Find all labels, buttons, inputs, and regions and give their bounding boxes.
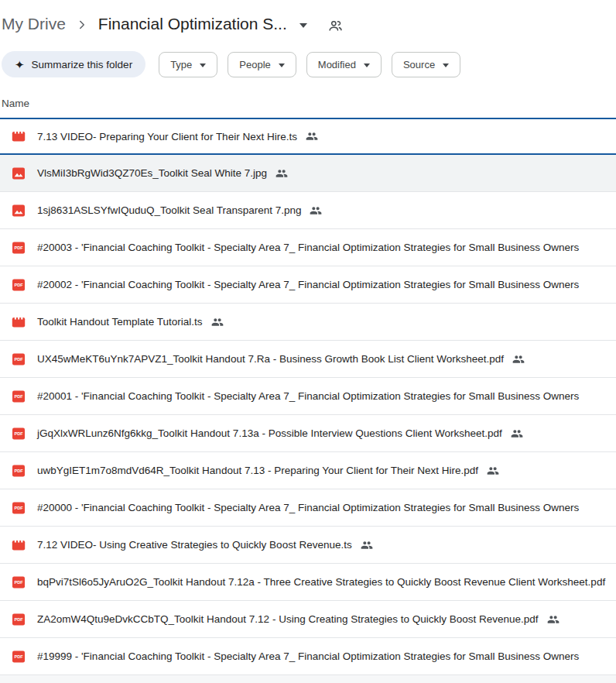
filter-chip-modified[interactable]: Modified xyxy=(306,52,382,77)
breadcrumb-current-folder[interactable]: Financial Optimization S... xyxy=(98,15,287,33)
file-row[interactable]: PDF #20001 - 'Financial Coaching Toolkit… xyxy=(0,378,616,415)
file-row[interactable]: PDF bqPvi7tSl6o5JyAruO2G_Toolkit Handout… xyxy=(0,564,616,601)
filter-chip-modified-label: Modified xyxy=(318,59,356,70)
file-name: #20002 - 'Financial Coaching Toolkit - S… xyxy=(37,279,579,290)
breadcrumb-my-drive[interactable]: My Drive xyxy=(2,15,66,33)
pdf-file-icon: PDF xyxy=(11,426,26,441)
filter-chip-source[interactable]: Source xyxy=(392,52,460,77)
svg-text:PDF: PDF xyxy=(14,506,23,510)
pdf-file-icon: PDF xyxy=(11,500,26,516)
gemini-sparkle-icon: ✦ xyxy=(15,59,25,70)
file-name: #20001 - 'Financial Coaching Toolkit - S… xyxy=(37,390,579,402)
shared-people-icon xyxy=(275,167,288,180)
file-row[interactable]: 1sj8631ASLSYfwIQuduQ_Toolkit Seal Transp… xyxy=(0,192,616,229)
file-row[interactable]: PDF jGqXlxWRLunz6Nfg6kkg_Toolkit Handout… xyxy=(0,415,616,452)
filter-chips: Type People Modified Source xyxy=(159,52,460,77)
shared-people-icon xyxy=(211,316,224,328)
image-file-icon xyxy=(11,203,26,218)
file-row[interactable]: PDF ZA2omW4Qtu9eDvkCCbTQ_Toolkit Handout… xyxy=(0,601,616,638)
shared-people-icon xyxy=(512,353,525,366)
pdf-file-icon: PDF xyxy=(11,649,26,664)
summarize-folder-button[interactable]: ✦ Summarize this folder xyxy=(2,51,145,77)
file-row[interactable]: 7.13 VIDEO- Preparing Your Client for Th… xyxy=(0,118,616,155)
file-name: ZA2omW4Qtu9eDvkCCbTQ_Toolkit Handout 7.1… xyxy=(37,613,539,625)
chevron-down-icon xyxy=(279,63,285,67)
pdf-file-icon: PDF xyxy=(11,389,26,404)
svg-text:PDF: PDF xyxy=(14,394,23,399)
toolbar: ✦ Summarize this folder Type People Modi… xyxy=(2,51,616,77)
filter-chip-people[interactable]: People xyxy=(228,52,296,77)
chevron-right-icon xyxy=(75,18,89,32)
svg-text:PDF: PDF xyxy=(14,617,23,622)
image-file-icon xyxy=(11,166,26,181)
file-row[interactable]: PDF uwbYgIET1m7o8mdVd64R_Toolkit Handout… xyxy=(0,452,616,489)
svg-text:PDF: PDF xyxy=(14,245,23,250)
svg-text:PDF: PDF xyxy=(14,654,23,659)
filter-chip-source-label: Source xyxy=(403,59,435,70)
svg-text:PDF: PDF xyxy=(14,431,23,436)
file-row[interactable]: 7.12 VIDEO- Using Creative Strategies to… xyxy=(0,527,616,564)
file-row[interactable]: PDF #20002 - 'Financial Coaching Toolkit… xyxy=(0,266,616,304)
chevron-down-icon xyxy=(364,63,370,67)
video-file-icon xyxy=(11,537,26,553)
summarize-folder-label: Summarize this folder xyxy=(32,59,133,70)
svg-text:PDF: PDF xyxy=(14,468,23,473)
file-name: #19999 - 'Financial Coaching Toolkit - S… xyxy=(37,650,579,662)
svg-text:PDF: PDF xyxy=(14,357,23,362)
video-file-icon xyxy=(11,314,26,330)
pdf-file-icon: PDF xyxy=(11,277,26,293)
file-name: 1sj8631ASLSYfwIQuduQ_Toolkit Seal Transp… xyxy=(37,204,301,216)
filter-chip-people-label: People xyxy=(239,59,270,70)
video-file-icon xyxy=(11,129,26,144)
file-name: #20000 - 'Financial Coaching Toolkit - S… xyxy=(37,502,579,513)
breadcrumb: My Drive Financial Optimization S... xyxy=(0,0,616,36)
shared-people-icon xyxy=(310,204,322,217)
chevron-down-icon xyxy=(200,63,206,67)
filter-chip-type[interactable]: Type xyxy=(159,52,217,77)
file-name: bqPvi7tSl6o5JyAruO2G_Toolkit Handout 7.1… xyxy=(37,576,605,588)
file-list: 7.13 VIDEO- Preparing Your Client for Th… xyxy=(0,118,616,675)
shared-people-icon xyxy=(487,465,499,477)
chevron-down-icon xyxy=(443,63,449,67)
column-header-name[interactable]: Name xyxy=(2,98,616,118)
next-row-partial xyxy=(0,675,616,683)
shared-people-icon xyxy=(547,613,560,626)
file-name: 7.13 VIDEO- Preparing Your Client for Th… xyxy=(37,131,297,142)
file-row[interactable]: PDF UX45wMeKT6uYnk7APVZ1_Toolkit Handout… xyxy=(0,341,616,378)
shared-people-icon xyxy=(361,539,373,551)
file-name: Toolkit Handout Template Tutorial.ts xyxy=(37,316,203,328)
pdf-file-icon: PDF xyxy=(11,612,26,627)
shared-folder-icon xyxy=(327,18,344,34)
shared-people-icon xyxy=(511,427,523,440)
pdf-file-icon: PDF xyxy=(11,240,26,256)
pdf-file-icon: PDF xyxy=(11,463,26,479)
file-row[interactable]: PDF #19999 - 'Financial Coaching Toolkit… xyxy=(0,638,616,675)
file-row[interactable]: VlsMiI3bRgWid3QZ70Es_Toolkit Seal White … xyxy=(0,155,616,192)
filter-chip-type-label: Type xyxy=(170,59,192,70)
pdf-file-icon: PDF xyxy=(11,352,26,367)
file-row[interactable]: PDF #20000 - 'Financial Coaching Toolkit… xyxy=(0,489,616,527)
file-row[interactable]: Toolkit Handout Template Tutorial.ts xyxy=(0,304,616,341)
file-name: #20003 - 'Financial Coaching Toolkit - S… xyxy=(37,242,579,253)
folder-menu-caret-icon[interactable] xyxy=(299,23,307,28)
file-name: jGqXlxWRLunz6Nfg6kkg_Toolkit Handout 7.1… xyxy=(37,427,502,439)
shared-people-icon xyxy=(306,130,318,142)
file-row[interactable]: PDF #20003 - 'Financial Coaching Toolkit… xyxy=(0,229,616,266)
file-name: 7.12 VIDEO- Using Creative Strategies to… xyxy=(37,539,352,551)
file-name: uwbYgIET1m7o8mdVd64R_Toolkit Handout 7.1… xyxy=(37,465,478,476)
pdf-file-icon: PDF xyxy=(11,575,26,590)
svg-text:PDF: PDF xyxy=(14,580,23,585)
svg-text:PDF: PDF xyxy=(14,283,23,287)
file-name: UX45wMeKT6uYnk7APVZ1_Toolkit Handout 7.R… xyxy=(37,353,504,365)
file-name: VlsMiI3bRgWid3QZ70Es_Toolkit Seal White … xyxy=(37,167,267,179)
